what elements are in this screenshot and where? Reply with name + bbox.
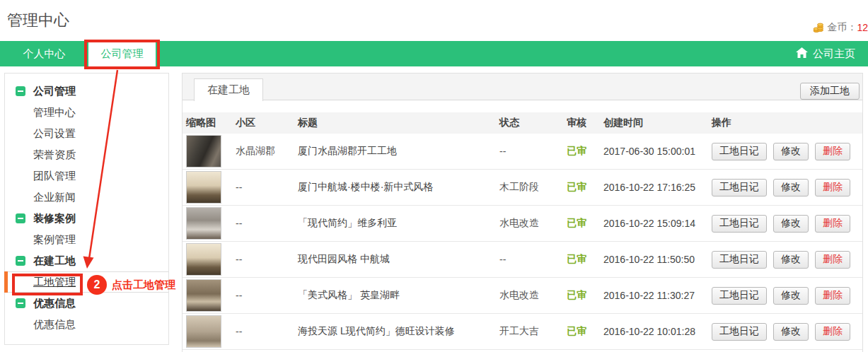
site-thumbnail[interactable] (186, 279, 221, 312)
cell-status: 水电改造 (499, 217, 567, 230)
cell-status: -- (499, 254, 567, 265)
cell-community: -- (236, 254, 298, 265)
sidebar-item-label: 公司设置 (33, 127, 76, 141)
audit-status-badge: 已审 (567, 145, 586, 156)
cell-created-time: 2016-10-22 15:09:14 (603, 218, 712, 229)
sidebar-item-company-settings[interactable]: 公司设置 (5, 123, 168, 144)
sites-table: 缩略图 小区 标题 状态 审核 创建时间 操作 水晶湖郡 厦门水晶湖郡开工工地 … (183, 112, 862, 350)
site-diary-button[interactable]: 工地日记 (712, 323, 767, 341)
sidebar-item-label: 优惠信息 (33, 318, 76, 332)
table-header-row: 缩略图 小区 标题 状态 审核 创建时间 操作 (183, 112, 862, 134)
collapse-minus-icon (16, 298, 25, 308)
site-diary-button[interactable]: 工地日记 (712, 179, 767, 196)
sidebar-item-case-management[interactable]: 案例管理 (5, 229, 168, 250)
collapse-minus-icon (16, 86, 25, 96)
delete-button[interactable]: 删除 (815, 287, 850, 305)
home-icon (796, 47, 808, 60)
admin-screen: 管理中心 金币： 12 个人中心 公司管理 公司主页 (0, 0, 868, 352)
col-header-title: 标题 (298, 117, 499, 129)
nav-item-company-management[interactable]: 公司管理 (88, 41, 156, 66)
edit-button[interactable]: 修改 (773, 143, 809, 160)
cell-title: 现代田园风格 中航城 (298, 253, 499, 266)
table-row: -- 现代田园风格 中航城 -- 已审 2016-10-22 11:50:50 … (183, 242, 862, 278)
site-thumbnail[interactable] (186, 315, 221, 348)
col-header-audit: 审核 (567, 117, 603, 129)
page-title: 管理中心 (7, 10, 69, 31)
add-site-button[interactable]: 添加工地 (800, 83, 860, 100)
col-header-actions: 操作 (712, 117, 862, 129)
cell-created-time: 2016-10-22 10:01:28 (603, 326, 712, 337)
site-thumbnail[interactable] (186, 171, 221, 204)
site-thumbnail[interactable] (186, 135, 221, 168)
gold-coins-icon (813, 22, 824, 33)
edit-button[interactable]: 修改 (773, 179, 809, 196)
col-header-community: 小区 (236, 117, 298, 129)
top-navbar: 个人中心 公司管理 公司主页 (0, 41, 868, 66)
site-thumbnail[interactable] (186, 243, 221, 276)
cell-community: -- (236, 218, 298, 229)
col-header-status: 状态 (499, 117, 567, 129)
tab-construction-sites[interactable]: 在建工地 (194, 78, 263, 101)
edit-button[interactable]: 修改 (773, 215, 809, 233)
sidebar-item-team-management[interactable]: 团队管理 (5, 165, 168, 187)
coin-value: 12 (857, 22, 868, 33)
cell-title: 「美式风格」 英皇湖畔 (298, 289, 499, 302)
edit-button[interactable]: 修改 (773, 323, 809, 341)
site-diary-button[interactable]: 工地日记 (712, 215, 767, 233)
delete-button[interactable]: 删除 (815, 179, 850, 196)
sidebar-section-label: 在建工地 (33, 254, 76, 268)
sidebar-item-discount-info[interactable]: 优惠信息 (5, 314, 168, 335)
cell-created-time: 2016-10-22 17:16:25 (603, 182, 712, 193)
site-diary-button[interactable]: 工地日记 (712, 143, 767, 160)
sidebar-section-decoration-cases[interactable]: 装修案例 (5, 208, 168, 229)
cell-title: 海投天源 L现代简约」德旺设计装修 (298, 325, 499, 338)
edit-button[interactable]: 修改 (773, 287, 809, 305)
sidebar-item-label: 团队管理 (33, 170, 76, 183)
audit-status-badge: 已审 (567, 325, 586, 336)
site-thumbnail[interactable] (186, 207, 221, 240)
col-header-thumbnail: 缩略图 (186, 117, 236, 129)
cell-status: 水电改造 (499, 289, 567, 302)
sidebar-section-label: 优惠信息 (33, 297, 76, 310)
delete-button[interactable]: 删除 (815, 251, 850, 269)
cell-created-time: 2016-10-22 11:50:50 (603, 254, 712, 265)
sidebar-section-company-management[interactable]: 公司管理 (5, 81, 168, 102)
nav-company-homepage[interactable]: 公司主页 (796, 41, 868, 66)
audit-status-badge: 已审 (567, 289, 586, 300)
sidebar-item-label: 案例管理 (33, 233, 76, 247)
sidebar-item-honors[interactable]: 荣誉资质 (5, 144, 168, 165)
cell-created-time: 2017-06-30 15:00:01 (603, 146, 712, 157)
audit-status-badge: 已审 (567, 181, 586, 192)
table-row: 水晶湖郡 厦门水晶湖郡开工工地 -- 已审 2017-06-30 15:00:0… (183, 134, 862, 170)
sidebar-item-site-management[interactable]: 工地管理 (5, 271, 168, 293)
cell-created-time: 2016-10-22 11:30:27 (603, 290, 712, 301)
sidebar-section-label: 公司管理 (33, 85, 76, 98)
site-diary-button[interactable]: 工地日记 (712, 287, 767, 305)
sidebar-section-discount-info[interactable]: 优惠信息 (5, 293, 168, 314)
delete-button[interactable]: 删除 (815, 323, 850, 341)
cell-title: 「现代简约」维多利亚 (298, 217, 499, 230)
audit-status-badge: 已审 (567, 217, 586, 228)
collapse-minus-icon (16, 213, 25, 223)
nav-item-personal-center[interactable]: 个人中心 (11, 41, 78, 66)
sidebar-section-label: 装修案例 (33, 212, 76, 225)
site-diary-button[interactable]: 工地日记 (712, 251, 767, 269)
coin-balance: 金币： 12 (813, 21, 868, 34)
sidebar-item-label: 荣誉资质 (33, 148, 76, 162)
table-row: -- 「现代简约」维多利亚 水电改造 已审 2016-10-22 15:09:1… (183, 206, 862, 242)
nav-company-homepage-label: 公司主页 (813, 47, 855, 61)
main-panel: 在建工地 添加工地 缩略图 小区 标题 状态 审核 创建时间 操作 水晶湖郡 厦… (182, 73, 863, 352)
sidebar: 公司管理 管理中心 公司设置 荣誉资质 团队管理 企业新闻 装修案例 案例管理 … (4, 73, 169, 345)
sidebar-item-company-news[interactable]: 企业新闻 (5, 187, 168, 208)
collapse-minus-icon (16, 256, 25, 266)
sidebar-item-label: 管理中心 (33, 106, 76, 119)
delete-button[interactable]: 删除 (815, 143, 850, 160)
cell-community: -- (236, 290, 298, 301)
sidebar-item-management-center[interactable]: 管理中心 (5, 102, 168, 123)
table-row: -- 海投天源 L现代简约」德旺设计装修 开工大吉 已审 2016-10-22 … (183, 314, 862, 350)
table-row: -- 「美式风格」 英皇湖畔 水电改造 已审 2016-10-22 11:30:… (183, 278, 862, 314)
edit-button[interactable]: 修改 (773, 251, 809, 269)
sidebar-section-construction-sites[interactable]: 在建工地 (5, 250, 168, 271)
delete-button[interactable]: 删除 (815, 215, 850, 233)
cell-title: 厦门中航城·楼中楼·新中式风格 (298, 181, 499, 194)
